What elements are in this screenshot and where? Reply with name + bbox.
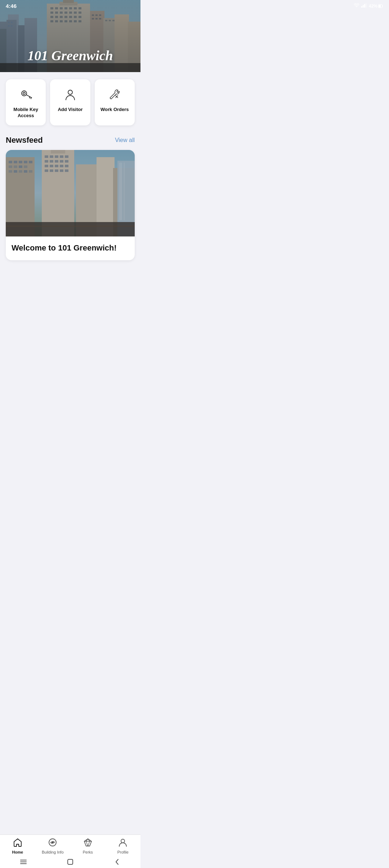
status-bar: 4:46 42% (0, 0, 140, 10)
work-orders-card[interactable]: Work Orders (95, 79, 135, 125)
svg-point-64 (23, 92, 25, 94)
work-orders-label: Work Orders (100, 107, 129, 113)
add-visitor-label: Add Visitor (58, 107, 82, 113)
news-card-body: Welcome to 101 Greenwich! (6, 236, 135, 261)
hero-title: 101 Greenwich (27, 48, 113, 63)
svg-rect-62 (0, 63, 140, 72)
person-icon (62, 87, 78, 102)
svg-rect-117 (6, 150, 135, 236)
mobile-key-access-label: Mobile KeyAccess (13, 107, 38, 119)
main-content: 101 Greenwich Mobile KeyAccess (0, 0, 140, 309)
hero-section: 101 Greenwich (0, 0, 140, 72)
add-visitor-card[interactable]: Add Visitor (50, 79, 90, 125)
action-cards-container: Mobile KeyAccess Add Visitor (0, 72, 140, 133)
key-icon (18, 87, 34, 102)
svg-point-68 (68, 90, 72, 94)
status-time: 4:46 (6, 3, 17, 9)
wrench-icon (107, 87, 122, 102)
newsfeed-header: Newsfeed View all (6, 136, 135, 145)
newsfeed-title: Newsfeed (6, 136, 43, 145)
news-card-headline: Welcome to 101 Greenwich! (12, 243, 129, 253)
view-all-button[interactable]: View all (115, 137, 135, 143)
news-card-image (6, 150, 135, 236)
mobile-key-access-card[interactable]: Mobile KeyAccess (6, 79, 46, 125)
svg-point-63 (22, 91, 27, 96)
news-article-card[interactable]: Welcome to 101 Greenwich! (6, 150, 135, 261)
newsfeed-section: Newsfeed View all (0, 133, 140, 261)
